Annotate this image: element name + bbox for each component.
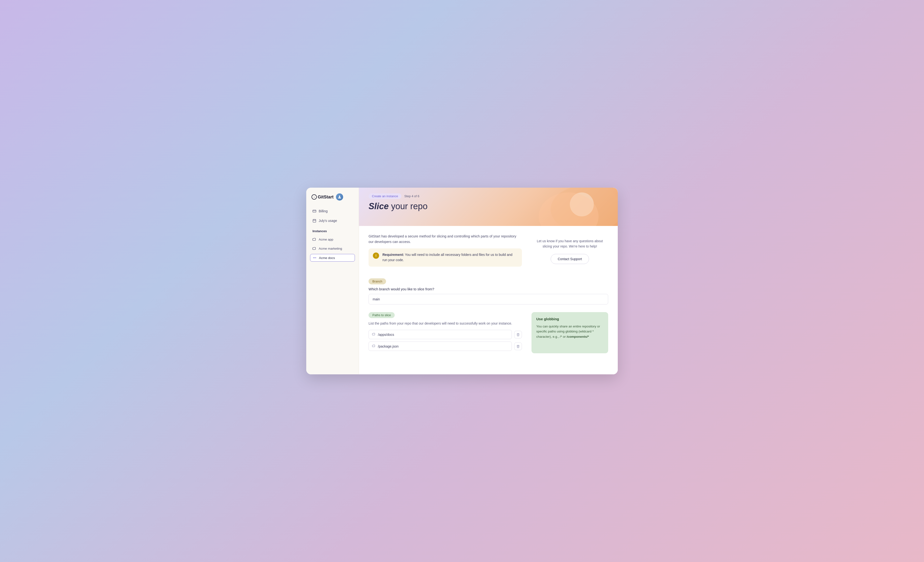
info-panel: GitStart has developed a secure method f…: [369, 234, 522, 269]
svg-point-8: [314, 257, 315, 258]
breadcrumb-row: Create an instance Step 4 of 6: [369, 193, 608, 199]
dots-icon-acme-docs: [313, 256, 316, 260]
path-row-1: [369, 342, 522, 351]
requirement-text: Requirement: You will need to include al…: [382, 252, 518, 263]
support-panel: Let us know if you have any questions ab…: [531, 234, 608, 269]
contact-support-button[interactable]: Contact Support: [550, 254, 589, 264]
paths-description: List the paths from your repo that our d…: [369, 321, 522, 326]
support-text: Let us know if you have any questions ab…: [534, 238, 606, 249]
credit-card-icon: [312, 209, 316, 213]
logo-text: ○ GitStart: [312, 194, 333, 200]
svg-point-7: [313, 257, 314, 258]
branch-tag: Branch: [369, 278, 386, 284]
branch-section: Branch Which branch would you like to sl…: [369, 278, 608, 305]
svg-rect-1: [313, 210, 316, 212]
warning-icon: !: [373, 253, 379, 259]
sidebar-item-billing[interactable]: Billing: [310, 207, 355, 215]
hero-title: Slice your repo: [369, 201, 608, 211]
path-input-wrapper-0: [369, 330, 512, 339]
hero-title-rest: your repo: [388, 201, 428, 211]
path-input-1[interactable]: [378, 344, 508, 348]
paths-section: Paths to slice List the paths from your …: [369, 312, 608, 354]
path-row-0: [369, 330, 522, 339]
info-support-row: GitStart has developed a secure method f…: [369, 234, 608, 269]
branch-question: Which branch would you like to slice fro…: [369, 287, 608, 291]
hero-title-bold: Slice: [369, 201, 388, 211]
requirement-box: ! Requirement: You will need to include …: [369, 248, 522, 266]
description-text: GitStart has developed a secure method f…: [369, 234, 522, 245]
sidebar-logo: ○ GitStart: [310, 193, 355, 200]
svg-rect-3: [313, 220, 316, 222]
breadcrumb-badge: Create an instance: [369, 193, 401, 199]
paths-two-col: Paths to slice List the paths from your …: [369, 312, 608, 354]
folder-icon-path-1: [372, 344, 375, 348]
glob-panel: Use globbing You can quickly share an en…: [531, 312, 608, 354]
sidebar-item-julys-usage[interactable]: July's usage: [310, 217, 355, 224]
content-area: GitStart has developed a secure method f…: [359, 226, 618, 374]
paths-left: Paths to slice List the paths from your …: [369, 312, 522, 354]
avatar: [336, 193, 343, 200]
sidebar-item-acme-app[interactable]: Acme app: [310, 236, 355, 243]
calendar-icon: [312, 219, 316, 223]
main-content: Create an instance Step 4 of 6 Slice you…: [359, 188, 618, 374]
folder-icon-acme-app: [312, 238, 316, 241]
path-input-wrapper-1: [369, 342, 512, 351]
paths-tag: Paths to slice: [369, 312, 394, 318]
delete-path-1-button[interactable]: [514, 342, 522, 350]
glob-title: Use globbing: [536, 317, 603, 321]
hero-banner: Create an instance Step 4 of 6 Slice you…: [359, 188, 618, 226]
svg-point-9: [316, 257, 316, 258]
svg-point-0: [339, 196, 340, 197]
sidebar-item-acme-docs[interactable]: Acme docs: [310, 254, 355, 262]
step-indicator: Step 4 of 6: [404, 194, 419, 198]
glob-description: You can quickly share an entire reposito…: [536, 324, 603, 339]
delete-path-0-button[interactable]: [514, 331, 522, 338]
sidebar: ○ GitStart Billing July's usage Instance…: [306, 188, 359, 374]
folder-icon-acme-marketing: [312, 247, 316, 250]
instances-label: Instances: [310, 226, 355, 234]
requirement-label: Requirement:: [382, 253, 404, 257]
sidebar-item-acme-marketing[interactable]: Acme marketing: [310, 245, 355, 252]
logo-circle-icon: ○: [312, 194, 317, 200]
folder-icon-path-0: [372, 332, 375, 336]
branch-input[interactable]: [369, 294, 608, 305]
path-input-0[interactable]: [378, 333, 508, 336]
